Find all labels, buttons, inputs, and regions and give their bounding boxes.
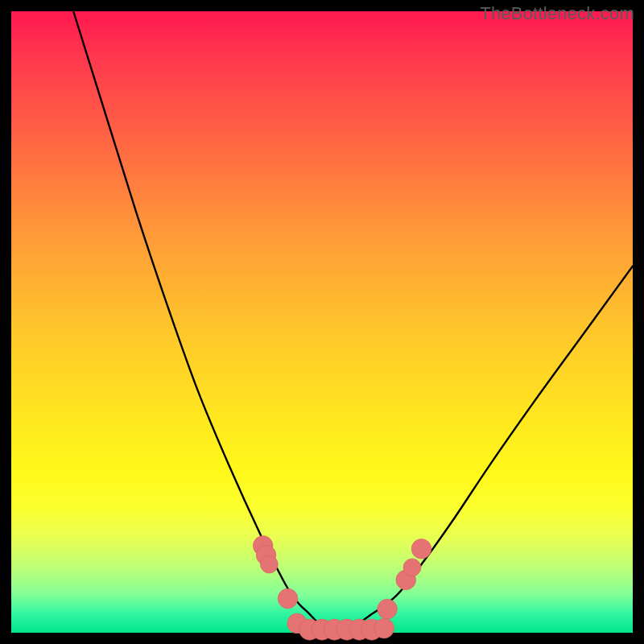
chart-svg <box>11 11 633 633</box>
data-marker <box>411 539 431 559</box>
marker-group <box>253 536 431 641</box>
data-marker <box>403 559 421 576</box>
curve-left-branch <box>73 11 334 633</box>
data-marker <box>374 618 394 638</box>
curve-right-branch <box>334 266 633 633</box>
data-marker <box>260 555 278 573</box>
watermark-label: TheBottleneck.com <box>480 3 634 24</box>
data-marker <box>278 588 298 609</box>
series-group <box>73 11 633 633</box>
data-marker <box>378 599 398 619</box>
